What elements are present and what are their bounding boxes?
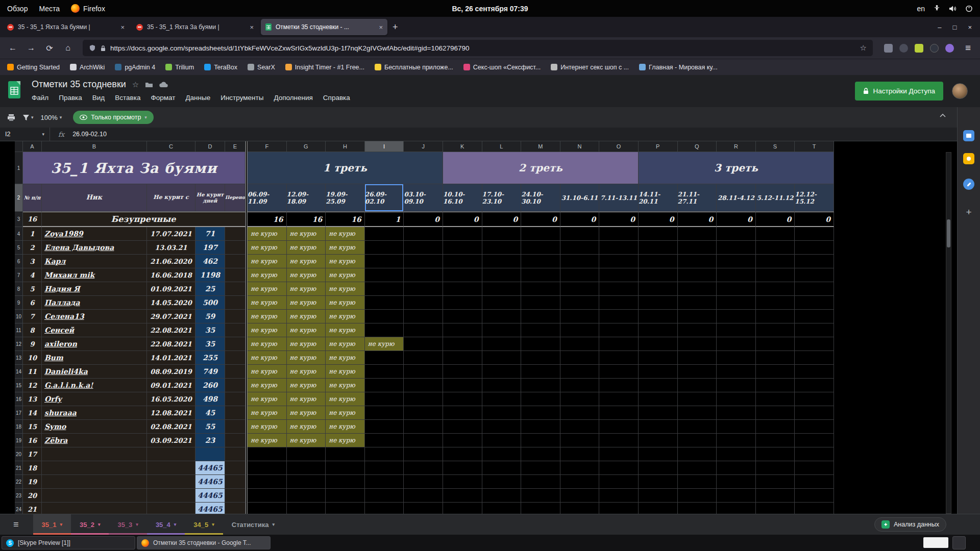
- app-menu[interactable]: Firefox: [71, 4, 105, 13]
- tab-close-icon[interactable]: ×: [250, 23, 254, 31]
- cell[interactable]: [560, 406, 600, 420]
- cell[interactable]: [482, 420, 522, 434]
- cell[interactable]: [521, 241, 560, 255]
- cell[interactable]: [443, 447, 482, 461]
- menu-данные[interactable]: Данные: [185, 94, 210, 102]
- cell-member-num[interactable]: 12: [23, 379, 42, 392]
- cell[interactable]: [443, 434, 482, 447]
- cell-week-header[interactable]: 12.12-15.12: [795, 184, 834, 212]
- cell[interactable]: [560, 337, 600, 351]
- cell-member-days[interactable]: 44465: [195, 475, 225, 489]
- cell[interactable]: [365, 282, 404, 296]
- cell[interactable]: [482, 351, 522, 365]
- cell[interactable]: [443, 475, 482, 489]
- bookmark-item[interactable]: ArchWiki: [70, 64, 105, 71]
- cell-week-header[interactable]: 5.12-11.12: [756, 184, 795, 212]
- cell[interactable]: [482, 489, 522, 503]
- cell[interactable]: [365, 489, 404, 503]
- member-nick-link[interactable]: G.a.l.i.n.k.a!: [44, 381, 93, 389]
- cell[interactable]: [560, 255, 600, 268]
- cell-header-carry[interactable]: Перено: [225, 184, 246, 212]
- cell-mark[interactable]: не курю: [287, 420, 326, 434]
- url-bar[interactable]: https://docs.google.com/spreadsheets/d/1…: [83, 40, 873, 56]
- cell-mark[interactable]: не курю: [365, 337, 404, 351]
- bookmark-item[interactable]: Секс-шоп «Сексфист...: [463, 64, 541, 71]
- cell[interactable]: [795, 406, 834, 420]
- cell[interactable]: [365, 461, 404, 475]
- cell[interactable]: [599, 489, 639, 503]
- cell[interactable]: [717, 392, 756, 406]
- zoom-select[interactable]: 100%▾: [41, 114, 62, 121]
- chevron-down-icon[interactable]: ▾: [272, 522, 275, 527]
- cell[interactable]: [599, 365, 639, 379]
- cell[interactable]: [482, 296, 522, 310]
- cell[interactable]: [404, 255, 443, 268]
- cell[interactable]: [225, 296, 246, 310]
- member-nick-link[interactable]: Orfy: [44, 395, 62, 403]
- cell[interactable]: [795, 227, 834, 241]
- cell[interactable]: [521, 365, 560, 379]
- clock[interactable]: Вс, 26 сентября 07:39: [452, 5, 528, 13]
- cell-mark[interactable]: не курю: [326, 392, 365, 406]
- chevron-down-icon[interactable]: ▾: [136, 522, 138, 527]
- cell[interactable]: [795, 420, 834, 434]
- cell[interactable]: [639, 351, 678, 365]
- cell-mark[interactable]: не курю: [287, 255, 326, 268]
- member-nick-link[interactable]: Zëbra: [44, 436, 67, 444]
- cell[interactable]: [521, 392, 560, 406]
- cell[interactable]: [404, 227, 443, 241]
- cell[interactable]: [795, 241, 834, 255]
- cell[interactable]: [521, 351, 560, 365]
- cell-member-since[interactable]: 14.05.2020: [147, 296, 195, 310]
- cell-week-header[interactable]: 14.11-20.11: [639, 184, 678, 212]
- cell[interactable]: [678, 310, 717, 323]
- cell[interactable]: [404, 337, 443, 351]
- cell[interactable]: [756, 337, 795, 351]
- cell-mark[interactable]: не курю: [326, 282, 365, 296]
- cell[interactable]: [482, 379, 522, 392]
- cell-mark[interactable]: не курю: [287, 241, 326, 255]
- cell[interactable]: [756, 310, 795, 323]
- cell[interactable]: [599, 227, 639, 241]
- cell[interactable]: [639, 241, 678, 255]
- cell[interactable]: [225, 489, 246, 503]
- cell[interactable]: [560, 365, 600, 379]
- cell[interactable]: [404, 406, 443, 420]
- cell[interactable]: [42, 447, 147, 461]
- cell[interactable]: [678, 337, 717, 351]
- cell[interactable]: [717, 268, 756, 282]
- cell-week-header[interactable]: 17.10-23.10: [482, 184, 522, 212]
- cell-mark[interactable]: не курю: [248, 241, 287, 255]
- cell[interactable]: [521, 503, 560, 514]
- cell[interactable]: [678, 227, 717, 241]
- cell-member-num[interactable]: 20: [23, 489, 42, 503]
- sheet-tab[interactable]: 35_2▾: [71, 514, 109, 535]
- sheets-logo-icon[interactable]: [7, 80, 21, 99]
- cell-mark[interactable]: не курю: [287, 392, 326, 406]
- cell[interactable]: [756, 406, 795, 420]
- cell[interactable]: [639, 379, 678, 392]
- cell[interactable]: [404, 282, 443, 296]
- bookmark-item[interactable]: SearX: [248, 64, 275, 71]
- cell-member-since[interactable]: 12.08.2021: [147, 406, 195, 420]
- cell[interactable]: [678, 268, 717, 282]
- cell[interactable]: [404, 310, 443, 323]
- cell[interactable]: [404, 268, 443, 282]
- cell[interactable]: [365, 351, 404, 365]
- filter-icon[interactable]: ▾: [22, 114, 34, 121]
- cell-member-since[interactable]: 02.08.2021: [147, 420, 195, 434]
- cell[interactable]: [795, 461, 834, 475]
- cell[interactable]: [639, 420, 678, 434]
- cell-mark[interactable]: не курю: [248, 323, 287, 337]
- cell[interactable]: [756, 420, 795, 434]
- cell-mark[interactable]: не курю: [287, 406, 326, 420]
- cell[interactable]: [287, 447, 326, 461]
- cell[interactable]: [639, 434, 678, 447]
- cell[interactable]: [639, 489, 678, 503]
- cell-mark[interactable]: не курю: [248, 310, 287, 323]
- url-text[interactable]: https://docs.google.com/spreadsheets/d/1…: [110, 44, 855, 52]
- move-folder-icon[interactable]: [145, 82, 153, 88]
- cell-member-nick[interactable]: Zoya1989: [42, 227, 147, 241]
- new-tab-button[interactable]: +: [393, 22, 398, 33]
- explore-button[interactable]: ✦ Анализ данных: [874, 517, 946, 532]
